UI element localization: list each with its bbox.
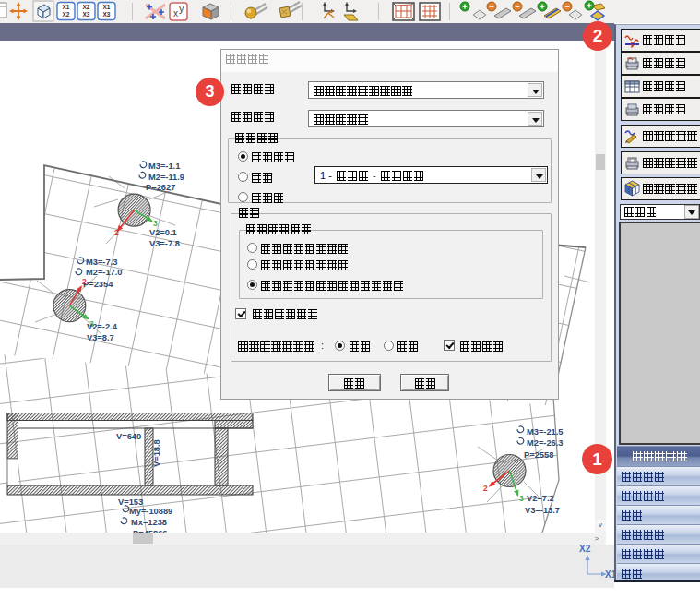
svg-text:V=640: V=640 [116, 432, 141, 441]
svg-text:2: 2 [483, 484, 488, 493]
svg-text:3: 3 [519, 494, 524, 503]
svg-text:2: 2 [114, 228, 119, 237]
svg-text:X1: X1 [63, 4, 70, 10]
svg-text:V2=7.2: V2=7.2 [527, 494, 554, 503]
svg-text:X1: X1 [103, 4, 111, 10]
svg-text:X3: X3 [103, 11, 111, 18]
svg-text:P=2558: P=2558 [524, 450, 553, 460]
svg-text:My=-10889: My=-10889 [129, 507, 172, 516]
svg-text:x: x [173, 8, 178, 18]
svg-text:V=18.8: V=18.8 [152, 439, 161, 467]
svg-text:M3=-1.1: M3=-1.1 [148, 162, 180, 171]
svg-text:X2: X2 [579, 544, 591, 554]
svg-text:M2=-26.3: M2=-26.3 [527, 438, 564, 448]
svg-text:3: 3 [153, 219, 158, 228]
svg-text:X3: X3 [83, 11, 90, 18]
svg-text:P=2354: P=2354 [83, 280, 113, 289]
svg-text:X2: X2 [83, 4, 90, 10]
svg-text:Mx=1238: Mx=1238 [131, 518, 167, 527]
svg-text:M3=-21.5: M3=-21.5 [527, 427, 564, 437]
svg-text:M2=-11.9: M2=-11.9 [148, 173, 184, 182]
svg-text:V=153: V=153 [118, 497, 143, 507]
svg-text:X2: X2 [63, 11, 70, 18]
svg-text:M2=-17.0: M2=-17.0 [86, 268, 123, 277]
svg-text:y: y [179, 3, 184, 14]
svg-text:P=2627: P=2627 [146, 183, 175, 192]
svg-text:V3=-13.7: V3=-13.7 [525, 506, 560, 515]
svg-text:V3=8.7: V3=8.7 [87, 333, 114, 342]
svg-text:M3=-7.3: M3=-7.3 [86, 258, 117, 267]
svg-text:V2=-2.4: V2=-2.4 [87, 322, 118, 331]
svg-text:V3=-7.8: V3=-7.8 [149, 239, 180, 248]
svg-text:V2=0.1: V2=0.1 [149, 228, 177, 237]
